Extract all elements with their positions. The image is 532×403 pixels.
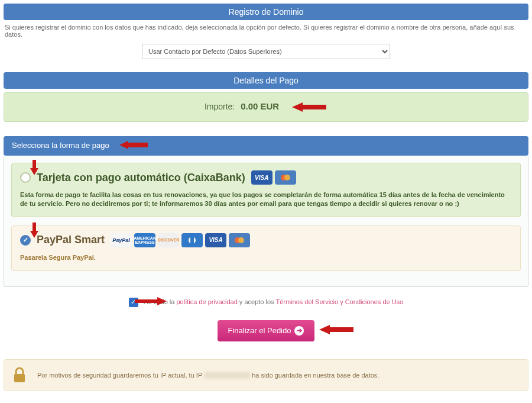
annotation-arrow-button: [319, 324, 355, 337]
finalize-order-button[interactable]: Finalizar el Pedido ➔: [218, 320, 315, 341]
payment-option-caixabank-label: Tarjeta con pago automático (CaixaBank): [37, 172, 245, 184]
domain-registration-note: Si quieres registrar el dominio con los …: [4, 20, 528, 44]
annotation-arrow-option2: [30, 223, 39, 240]
paypal-icon: PayPal: [111, 233, 132, 247]
svg-marker-10: [135, 297, 167, 305]
visa-icon-2: VISA: [205, 233, 226, 247]
privacy-policy-link[interactable]: política de privacidad: [176, 298, 237, 305]
payment-option-paypal-label: PayPal Smart: [37, 234, 105, 246]
svg-rect-7: [190, 237, 194, 244]
payment-option-paypal-desc: Pasarela Segura PayPal.: [20, 253, 512, 262]
ip-security-notice: Por motivos de seguridad guardaremos tu …: [4, 359, 528, 391]
ip-notice-post: ha sido guardada en nuestra base de dato…: [250, 372, 379, 379]
payment-method-title: Selecciona la forma de pago: [12, 141, 109, 150]
discover-icon: DISCOVER: [158, 233, 179, 247]
paypal-badges: PayPal AMERICANEXPRESS DISCOVER VISA: [111, 233, 250, 247]
ip-redacted: [204, 372, 250, 379]
annotation-arrow-option1: [30, 160, 39, 177]
diners-icon: [181, 233, 203, 247]
svg-point-4: [284, 175, 290, 180]
annotation-arrow-method-title: [119, 140, 149, 152]
payment-method-panel: Tarjeta con pago automático (CaixaBank) …: [4, 156, 528, 287]
payment-option-paypal[interactable]: PayPal Smart PayPal AMERICANEXPRESS DISC…: [11, 225, 521, 271]
payment-option-caixabank-desc: Esta forma de pago te facilita las cosas…: [20, 191, 512, 208]
caixa-badges: VISA: [251, 170, 296, 185]
amount-value: 0.00 EUR: [241, 101, 279, 111]
payment-amount-panel: Importe: 0.00 EUR: [4, 92, 528, 122]
ip-notice-text: Por motivos de seguridad guardaremos tu …: [37, 372, 379, 379]
header-domain-registration: Registro de Dominio: [4, 4, 528, 20]
mastercard-icon-2: [229, 233, 250, 247]
annotation-arrow-terms: [134, 295, 167, 308]
visa-icon: VISA: [251, 170, 273, 185]
svg-marker-11: [319, 325, 353, 334]
payment-option-caixabank[interactable]: Tarjeta con pago automático (CaixaBank) …: [11, 163, 521, 217]
tos-link[interactable]: Términos del Servicio y Condiciones de U…: [275, 298, 403, 305]
amount-label: Importe:: [205, 102, 235, 111]
header-payment-details: Detalles del Pago: [4, 72, 528, 89]
mastercard-icon: [275, 170, 296, 185]
ip-notice-pre: Por motivos de seguridad guardaremos tu …: [37, 372, 204, 379]
svg-marker-5: [30, 223, 38, 238]
lock-icon: [12, 367, 27, 383]
svg-point-9: [238, 237, 244, 243]
terms-text-mid: y acepto los: [238, 298, 276, 305]
contact-select[interactable]: Usar Contacto por Defecto (Datos Superio…: [142, 44, 390, 59]
svg-marker-0: [292, 102, 326, 112]
svg-rect-12: [14, 374, 25, 382]
arrow-right-icon: ➔: [294, 326, 304, 336]
annotation-arrow-amount: [292, 101, 327, 113]
finalize-order-label: Finalizar el Pedido: [228, 326, 291, 335]
svg-marker-2: [30, 160, 38, 175]
header-payment-method: Selecciona la forma de pago: [4, 136, 528, 156]
terms-row: ✓ He leído la política de privacidad y a…: [4, 298, 528, 307]
svg-marker-1: [119, 141, 148, 149]
amex-icon: AMERICANEXPRESS: [134, 233, 155, 247]
